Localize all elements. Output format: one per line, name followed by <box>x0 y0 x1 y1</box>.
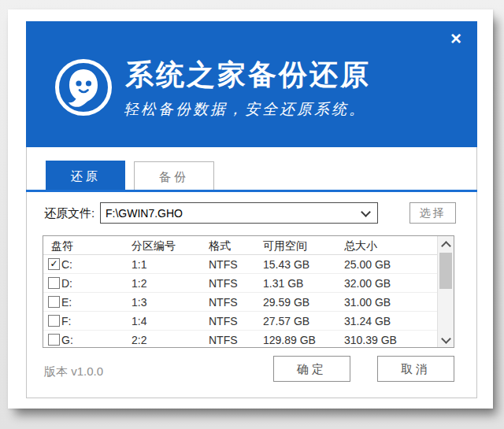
ok-button[interactable]: 确定 <box>273 356 350 382</box>
cell-drive: D: <box>61 277 72 290</box>
ghost-logo-icon <box>55 59 112 116</box>
table-header: 盘符 分区编号 格式 可用空间 总大小 <box>43 236 454 255</box>
row-checkbox[interactable] <box>48 277 60 289</box>
cell-total-size: 31.00 GB <box>344 296 391 309</box>
cell-format: NTFS <box>209 258 238 271</box>
tab-accent-line <box>26 190 477 192</box>
window-card: × 系统之家备份还原 轻松备份数据，安全还原系统。 还原 备份 还原文件: <box>8 9 493 409</box>
col-free-space: 可用空间 <box>263 239 307 253</box>
restore-file-value: F:\GWIN7.GHO <box>106 207 183 220</box>
app-slogan: 轻松备份数据，安全还原系统。 <box>124 99 366 120</box>
cell-format: NTFS <box>209 296 238 309</box>
cancel-button[interactable]: 取消 <box>377 356 454 382</box>
col-format: 格式 <box>209 239 231 253</box>
cell-free-space: 27.57 GB <box>263 315 309 327</box>
cell-drive: G: <box>61 334 73 346</box>
tab-backup[interactable]: 备份 <box>134 161 214 190</box>
restore-file-combobox[interactable]: F:\GWIN7.GHO <box>100 202 378 224</box>
table-row[interactable]: G:2:2NTFS129.89 GB310.39 GB <box>43 331 454 349</box>
table-scrollbar[interactable] <box>437 236 454 347</box>
row-checkbox[interactable]: ✓ <box>48 258 60 270</box>
row-checkbox[interactable] <box>48 296 60 308</box>
cell-free-space: 15.43 GB <box>263 258 309 271</box>
partition-table: 盘符 分区编号 格式 可用空间 总大小 ✓C:1:1NTFS15.43 GB25… <box>43 235 454 348</box>
cell-drive: C: <box>61 258 72 271</box>
col-partition: 分区编号 <box>132 239 176 253</box>
col-drive: 盘符 <box>51 239 73 253</box>
cell-format: NTFS <box>209 277 238 290</box>
cell-partition: 1:4 <box>132 315 146 327</box>
cell-partition: 2:2 <box>132 334 146 346</box>
row-checkbox[interactable] <box>48 334 60 346</box>
cell-free-space: 129.89 GB <box>263 334 316 346</box>
backup-restore-dialog: × 系统之家备份还原 轻松备份数据，安全还原系统。 还原 备份 还原文件: <box>26 21 477 398</box>
scroll-up-icon[interactable] <box>438 236 454 252</box>
cell-total-size: 310.39 GB <box>344 334 397 346</box>
app-background: × 系统之家备份还原 轻松备份数据，安全还原系统。 还原 备份 还原文件: <box>0 0 504 429</box>
tab-restore[interactable]: 还原 <box>46 161 125 191</box>
cell-format: NTFS <box>209 315 238 327</box>
cell-partition: 1:1 <box>132 258 146 271</box>
cell-format: NTFS <box>209 334 238 346</box>
version-label: 版本 v1.0.0 <box>44 364 103 379</box>
cell-free-space: 29.59 GB <box>263 296 309 309</box>
chevron-down-icon[interactable] <box>361 207 371 217</box>
table-body: ✓C:1:1NTFS15.43 GB25.00 GBD:1:2NTFS1.31 … <box>43 255 454 349</box>
title-bar: × 系统之家备份还原 轻松备份数据，安全还原系统。 <box>26 21 477 147</box>
cell-total-size: 32.00 GB <box>344 277 391 290</box>
close-icon[interactable]: × <box>450 29 461 48</box>
select-file-button[interactable]: 选择 <box>410 202 456 224</box>
table-row[interactable]: F:1:4NTFS27.57 GB31.24 GB <box>43 312 454 331</box>
app-title: 系统之家备份还原 <box>125 56 371 94</box>
row-checkbox[interactable] <box>48 315 60 327</box>
col-total-size: 总大小 <box>344 239 377 253</box>
cell-partition: 1:2 <box>132 277 146 290</box>
cell-total-size: 31.24 GB <box>344 315 391 327</box>
cell-free-space: 1.31 GB <box>263 277 303 290</box>
scroll-down-icon[interactable] <box>438 331 454 347</box>
restore-file-label: 还原文件: <box>44 206 94 221</box>
cell-partition: 1:3 <box>132 296 146 309</box>
scrollbar-thumb[interactable] <box>439 253 452 289</box>
cell-drive: E: <box>61 296 72 309</box>
table-row[interactable]: D:1:2NTFS1.31 GB32.00 GB <box>43 274 454 293</box>
table-row[interactable]: E:1:3NTFS29.59 GB31.00 GB <box>43 293 454 312</box>
table-row[interactable]: ✓C:1:1NTFS15.43 GB25.00 GB <box>43 255 454 274</box>
cell-drive: F: <box>61 315 71 327</box>
cell-total-size: 25.00 GB <box>344 258 391 271</box>
